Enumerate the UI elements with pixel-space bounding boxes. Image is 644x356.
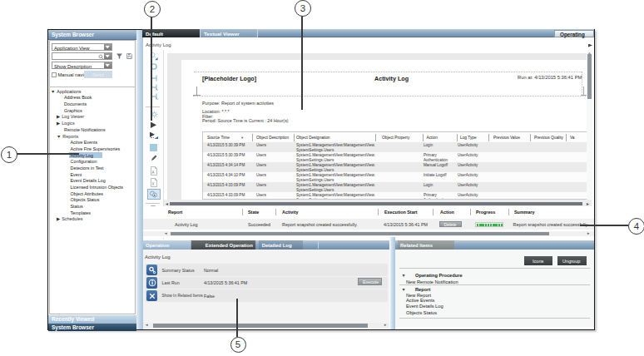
svg-text:A: A [152, 170, 155, 174]
svg-text:X: X [152, 181, 155, 185]
